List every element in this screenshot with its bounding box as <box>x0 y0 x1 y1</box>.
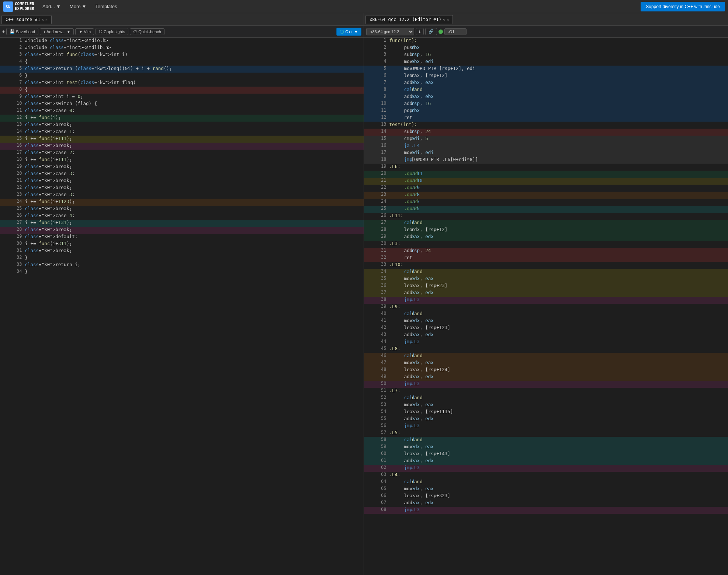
table-row: 34} <box>0 269 364 276</box>
cppinsights-button[interactable]: ⬡ CppInsights <box>96 28 128 35</box>
table-row: 51.L7: <box>364 388 728 395</box>
table-row: 22 class="kw">break; <box>0 185 364 192</box>
assembly-tab-bar: x86-64 gcc 12.2 (Editor #1) ✎ ✕ <box>364 13 728 26</box>
source-editor-pane: C++ source #1 ✎ ✕ ⚙ 💾 Save/Load + Add ne… <box>0 13 364 575</box>
table-row: 34callrand <box>364 269 728 276</box>
table-row: 16ja.L4 <box>364 143 728 150</box>
table-row: 17movedi, edi <box>364 150 728 157</box>
table-row: 8{ <box>0 87 364 94</box>
compiler-toolbar: x86-64 gcc 12.2 ℹ 🔗 <box>364 26 728 38</box>
table-row: 16 class="kw">break; <box>0 143 364 150</box>
table-row: 25.quad.L5 <box>364 206 728 213</box>
language-button[interactable]: ⬡ C++ ▼ <box>336 28 361 36</box>
logo-icon: CE <box>3 1 13 12</box>
table-row: 18 i += func(i+111); <box>0 157 364 164</box>
table-row: 15 i += func(i+111); <box>0 136 364 143</box>
table-row: 14 class="kw">case 1: <box>0 129 364 136</box>
table-row: 31 class="kw">break; <box>0 248 364 255</box>
table-row: 46callrand <box>364 353 728 360</box>
compiler-select[interactable]: x86-64 gcc 12.2 <box>366 28 414 35</box>
table-row: 5 class="kw">return (class="kw">long)(&i… <box>0 66 364 73</box>
table-row: 20.quad.L11 <box>364 171 728 178</box>
more-menu-button[interactable]: More ▼ <box>66 2 90 11</box>
editor-settings-icon[interactable]: ⚙ <box>2 29 5 34</box>
table-row: 44jmp.L3 <box>364 339 728 346</box>
table-row: 58callrand <box>364 437 728 444</box>
source-tab-close[interactable]: ✕ <box>45 18 48 22</box>
table-row: 13test(int): <box>364 122 728 129</box>
edit-icon-asm: ✎ <box>443 18 445 22</box>
table-row: 60leaeax, [rsp+143] <box>364 451 728 458</box>
table-row: 7class="kw">int test(class="kw">int flag… <box>0 80 364 87</box>
table-row: 6learax, [rsp+12] <box>364 73 728 80</box>
table-row: 33.L10: <box>364 262 728 269</box>
table-row: 1#include class="inc"><stdio.h> <box>0 38 364 45</box>
table-row: 11 class="kw">case 0: <box>0 108 364 115</box>
vim-button[interactable]: ▼ Vim <box>75 28 94 35</box>
table-row: 30 i += func(i+311); <box>0 241 364 248</box>
table-row: 36leaeax, [rsp+23] <box>364 283 728 290</box>
table-row: 37addeax, edx <box>364 290 728 297</box>
table-row: 24.quad.L7 <box>364 199 728 206</box>
save-load-button[interactable]: 💾 Save/Load <box>6 28 39 35</box>
table-row: 41movedx, eax <box>364 318 728 325</box>
table-row: 28 class="kw">break; <box>0 227 364 234</box>
table-row: 42leaeax, [rsp+123] <box>364 325 728 332</box>
table-row: 3subrsp, 16 <box>364 52 728 59</box>
table-row: 18jmp[QWORD PTR .L6[0+rdi*8]] <box>364 157 728 164</box>
table-row: 14subrsp, 24 <box>364 129 728 136</box>
table-row: 45.L8: <box>364 346 728 353</box>
table-row: 56jmp.L3 <box>364 423 728 430</box>
table-row: 15cmpedi, 5 <box>364 136 728 143</box>
table-row: 32ret <box>364 255 728 262</box>
table-row: 13 class="kw">break; <box>0 122 364 129</box>
source-code-area[interactable]: 1#include class="inc"><stdio.h>2#include… <box>0 38 364 575</box>
assembly-tab[interactable]: x86-64 gcc 12.2 (Editor #1) ✎ ✕ <box>365 15 453 24</box>
compiler-info-button[interactable]: ℹ <box>416 28 424 35</box>
table-row: 33 class="kw">return i; <box>0 262 364 269</box>
table-row: 54leaeax, [rsp+1135] <box>364 409 728 416</box>
table-row: 66leaeax, [rsp+323] <box>364 493 728 500</box>
assembly-code-area[interactable]: 1func(int):2pushrbx3subrsp, 164movebx, e… <box>364 38 728 575</box>
table-row: 21 class="kw">break; <box>0 178 364 185</box>
quick-bench-button[interactable]: ⏱ Quick-bench <box>130 28 164 35</box>
table-row: 24 i += func(i+1123); <box>0 199 364 206</box>
table-row: 49addeax, edx <box>364 374 728 381</box>
table-row: 32 } <box>0 255 364 262</box>
table-row: 17 class="kw">case 2: <box>0 150 364 157</box>
compiler-link-button[interactable]: 🔗 <box>425 28 437 35</box>
table-row: 10addrsp, 16 <box>364 101 728 108</box>
table-row: 5movDWORD PTR [rsp+12], edi <box>364 66 728 73</box>
table-row: 9 class="kw">int i = 0; <box>0 94 364 101</box>
logo: CE COMPILEREXPLORER <box>3 1 34 12</box>
table-row: 25 class="kw">break; <box>0 206 364 213</box>
table-row: 57.L5: <box>364 430 728 437</box>
table-row: 48leaeax, [rsp+124] <box>364 367 728 374</box>
table-row: 23 class="kw">case 3: <box>0 192 364 199</box>
templates-button[interactable]: Templates <box>91 2 121 11</box>
table-row: 59movedx, eax <box>364 444 728 451</box>
table-row: 3class="kw">int func(class="kw">int i) <box>0 52 364 59</box>
cta-button[interactable]: Support diversity in C++ with #include <box>641 2 725 11</box>
table-row: 2#include class="inc"><stdlib.h> <box>0 45 364 52</box>
table-row: 40callrand <box>364 311 728 318</box>
assembly-tab-close[interactable]: ✕ <box>447 18 449 22</box>
table-row: 11poprbx <box>364 108 728 115</box>
table-row: 30.L3: <box>364 241 728 248</box>
table-row: 12 i += func(i); <box>0 115 364 122</box>
logo-text: COMPILEREXPLORER <box>15 2 34 11</box>
source-tab-bar: C++ source #1 ✎ ✕ <box>0 13 364 26</box>
table-row: 21.quad.L10 <box>364 178 728 185</box>
compiler-options-input[interactable] <box>444 28 467 35</box>
source-tab[interactable]: C++ source #1 ✎ ✕ <box>1 15 52 24</box>
table-row: 22.quad.L9 <box>364 185 728 192</box>
table-row: 2pushrbx <box>364 45 728 52</box>
table-row: 39.L9: <box>364 304 728 311</box>
table-row: 6} <box>0 73 364 80</box>
table-row: 1func(int): <box>364 38 728 45</box>
table-row: 26 class="kw">case 4: <box>0 213 364 220</box>
add-menu-button[interactable]: Add... ▼ <box>39 2 65 11</box>
table-row: 29addeax, edx <box>364 234 728 241</box>
table-row: 52callrand <box>364 395 728 402</box>
add-new-button[interactable]: + Add new... ▼ <box>40 28 74 35</box>
